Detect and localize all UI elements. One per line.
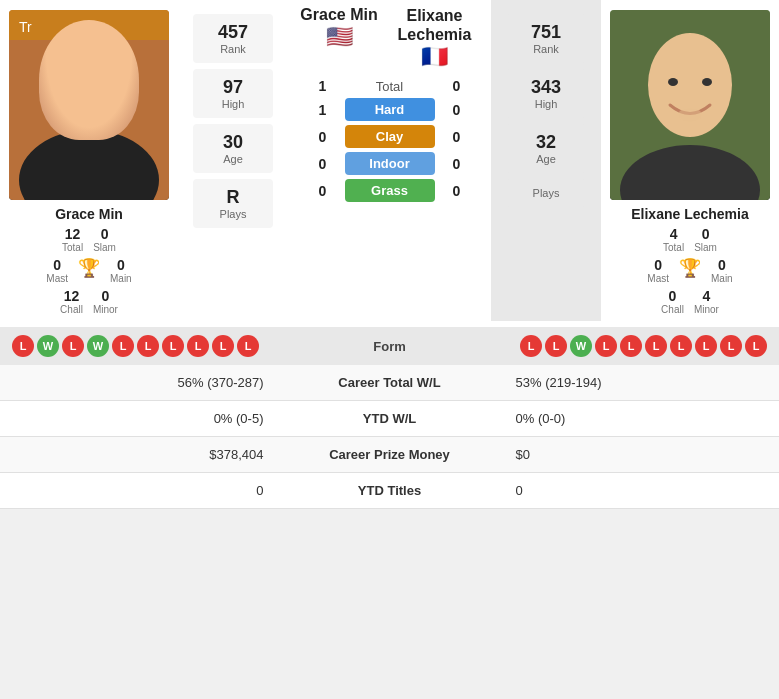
form-pill: L — [545, 335, 567, 357]
right-player-col: Elixane Lechemia 4 Total 0 Slam 0 Mast 🏆 — [601, 0, 779, 321]
left-form-pills: LWLWLLLLLL — [12, 335, 340, 357]
right-age-panel: 32 Age — [506, 124, 586, 173]
stats-right-val: $0 — [500, 437, 780, 473]
stats-left-val: $378,404 — [0, 437, 280, 473]
stats-table-row: $378,404 Career Prize Money $0 — [0, 437, 779, 473]
form-pill: W — [37, 335, 59, 357]
stats-right-val: 0% (0-0) — [500, 401, 780, 437]
left-stat-main: 0 Main — [110, 257, 132, 284]
form-pill: L — [645, 335, 667, 357]
left-plays-panel: R Plays — [193, 179, 273, 228]
svg-point-12 — [678, 108, 702, 122]
left-stats-col: 457 Rank 97 High 30 Age R Plays — [178, 0, 288, 321]
right-stat-minor: 4 Minor — [694, 288, 719, 315]
svg-point-11 — [702, 78, 712, 86]
form-pill: L — [695, 335, 717, 357]
stats-table-row: 0 YTD Titles 0 — [0, 473, 779, 509]
left-age-panel: 30 Age — [193, 124, 273, 173]
form-pill: L — [670, 335, 692, 357]
left-player-name: Grace Min — [55, 206, 123, 222]
left-stat-total: 12 Total — [62, 226, 83, 253]
right-stat-slam: 0 Slam — [694, 226, 717, 253]
left-player-total-slam: 12 Total 0 Slam — [62, 226, 116, 253]
left-player-name-center: Grace Min 🇺🇸 — [294, 6, 384, 50]
form-pill: L — [212, 335, 234, 357]
right-trophy-icon: 🏆 — [679, 257, 701, 284]
form-pill: L — [620, 335, 642, 357]
left-player-chall-minor: 12 Chall 0 Minor — [60, 288, 118, 315]
right-player-total-slam: 4 Total 0 Slam — [663, 226, 717, 253]
stats-table-row: 0% (0-5) YTD W/L 0% (0-0) — [0, 401, 779, 437]
stats-left-val: 0 — [0, 473, 280, 509]
left-trophy-icon: 🏆 — [78, 257, 100, 284]
indoor-row: 0 Indoor 0 — [311, 152, 469, 175]
left-stat-minor: 0 Minor — [93, 288, 118, 315]
right-stats-col: 751 Rank 343 High 32 Age Plays — [491, 0, 601, 321]
main-container: Tr Grace Min 12 Total 0 Slam 0 Mast — [0, 0, 779, 509]
form-pill: L — [137, 335, 159, 357]
stats-label: Career Total W/L — [280, 365, 500, 401]
right-stat-total: 4 Total — [663, 226, 684, 253]
stats-right-val: 0 — [500, 473, 780, 509]
right-player-mast-main: 0 Mast 🏆 0 Main — [647, 257, 732, 284]
form-pill: W — [87, 335, 109, 357]
left-player-mast-main: 0 Mast 🏆 0 Main — [46, 257, 131, 284]
right-stat-main: 0 Main — [711, 257, 733, 284]
left-high-panel: 97 High — [193, 69, 273, 118]
form-pill: L — [187, 335, 209, 357]
stats-label: YTD W/L — [280, 401, 500, 437]
hard-row: 1 Hard 0 — [311, 98, 469, 121]
right-plays-panel: Plays — [506, 179, 586, 207]
stats-left-val: 56% (370-287) — [0, 365, 280, 401]
total-row: 1 Total 0 — [311, 78, 469, 94]
center-col: Grace Min 🇺🇸 Elixane Lechemia 🇫🇷 1 Total… — [288, 0, 491, 321]
stats-table: 56% (370-287) Career Total W/L 53% (219-… — [0, 365, 779, 509]
right-stat-mast: 0 Mast — [647, 257, 669, 284]
form-pill: L — [745, 335, 767, 357]
right-player-avatar-svg — [610, 10, 770, 200]
right-high-panel: 343 High — [506, 69, 586, 118]
form-pill: L — [62, 335, 84, 357]
left-stat-slam: 0 Slam — [93, 226, 116, 253]
right-player-photo — [610, 10, 770, 200]
right-stat-chall: 0 Chall — [661, 288, 684, 315]
form-pill: W — [570, 335, 592, 357]
svg-point-4 — [101, 76, 113, 84]
form-pill: L — [112, 335, 134, 357]
svg-point-10 — [668, 78, 678, 86]
svg-text:Tr: Tr — [19, 19, 32, 35]
stats-table-row: 56% (370-287) Career Total W/L 53% (219-… — [0, 365, 779, 401]
form-pill: L — [12, 335, 34, 357]
left-player-avatar-svg: Tr — [9, 10, 169, 200]
stats-left-val: 0% (0-5) — [0, 401, 280, 437]
svg-point-3 — [65, 76, 77, 84]
right-player-name-center: Elixane Lechemia 🇫🇷 — [384, 6, 485, 70]
left-player-col: Tr Grace Min 12 Total 0 Slam 0 Mast — [0, 0, 178, 321]
form-pill: L — [595, 335, 617, 357]
stats-label: Career Prize Money — [280, 437, 500, 473]
form-pill: L — [162, 335, 184, 357]
form-pill: L — [720, 335, 742, 357]
players-top-row: Tr Grace Min 12 Total 0 Slam 0 Mast — [0, 0, 779, 321]
svg-point-1 — [44, 30, 134, 140]
stats-label: YTD Titles — [280, 473, 500, 509]
right-player-chall-minor: 0 Chall 4 Minor — [661, 288, 719, 315]
right-rank-panel: 751 Rank — [506, 14, 586, 63]
clay-row: 0 Clay 0 — [311, 125, 469, 148]
left-rank-panel: 457 Rank — [193, 14, 273, 63]
form-pill: L — [520, 335, 542, 357]
stats-right-val: 53% (219-194) — [500, 365, 780, 401]
form-pill: L — [237, 335, 259, 357]
right-player-name: Elixane Lechemia — [631, 206, 749, 222]
form-label: Form — [350, 339, 430, 354]
right-form-pills: LLWLLLLLLL — [440, 335, 768, 357]
left-player-photo: Tr — [9, 10, 169, 200]
form-section: LWLWLLLLLL Form LLWLLLLLLL — [0, 327, 779, 365]
svg-rect-5 — [9, 10, 169, 40]
grass-row: 0 Grass 0 — [311, 179, 469, 202]
left-stat-chall: 12 Chall — [60, 288, 83, 315]
left-stat-mast: 0 Mast — [46, 257, 68, 284]
